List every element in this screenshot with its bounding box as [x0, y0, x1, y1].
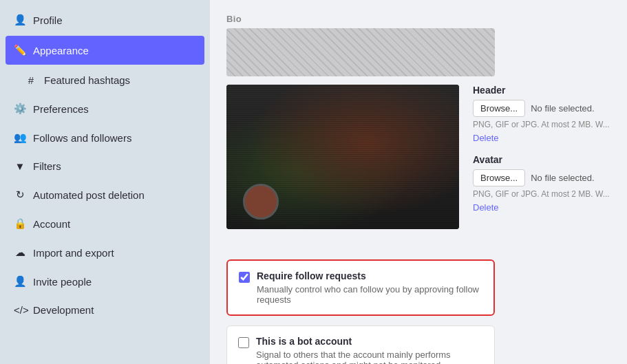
bot-account-row: This is a bot account Signal to others t…: [238, 336, 483, 364]
sidebar-item-label: Account: [33, 218, 70, 230]
sidebar-item-import-export[interactable]: ☁ Import and export: [0, 238, 210, 267]
sidebar-item-label: Profile: [33, 14, 63, 26]
bio-image-placeholder: [226, 28, 495, 76]
gear-icon: ⚙️: [14, 103, 26, 115]
sidebar-item-label: Preferences: [33, 103, 89, 115]
lock-icon: 🔒: [14, 217, 26, 230]
bot-account-text: This is a bot account Signal to others t…: [256, 336, 483, 364]
sidebar-item-development[interactable]: </> Development: [0, 296, 210, 324]
header-file-hint: PNG, GIF or JPG. At most 2 MB. W...: [473, 120, 610, 129]
upload-controls-panel: Header Browse... No file selected. PNG, …: [473, 85, 610, 243]
avatar-label: Avatar: [473, 154, 610, 165]
filter-icon: ▼: [14, 160, 26, 172]
sidebar-item-label: Invite people: [33, 276, 92, 288]
avatar-file-hint: PNG, GIF or JPG. At most 2 MB. W...: [473, 189, 610, 199]
avatar-browse-button[interactable]: Browse...: [473, 169, 525, 186]
image-upload-section: Header Browse... No file selected. PNG, …: [226, 85, 610, 243]
checkboxes-section: Require follow requests Manually control…: [226, 259, 495, 364]
sidebar-item-preferences[interactable]: ⚙️ Preferences: [0, 94, 210, 123]
bot-account-label[interactable]: This is a bot account: [256, 336, 352, 347]
sidebar-item-invite-people[interactable]: 👤 Invite people: [0, 267, 210, 296]
sidebar-item-appearance[interactable]: ✏️ Appearance: [6, 36, 204, 65]
require-follow-desc: Manually control who can follow you by a…: [257, 284, 482, 305]
refresh-icon: ↻: [14, 189, 26, 201]
sidebar: 👤 Profile ✏️ Appearance # Featured hasht…: [0, 0, 210, 364]
bot-account-card: This is a bot account Signal to others t…: [226, 325, 495, 364]
bot-account-desc: Signal to others that the account mainly…: [256, 350, 483, 364]
require-follow-row: Require follow requests Manually control…: [239, 270, 482, 305]
sidebar-item-label: Automated post deletion: [33, 189, 145, 201]
require-follow-card: Require follow requests Manually control…: [226, 259, 495, 316]
code-icon: </>: [14, 304, 26, 316]
sidebar-item-label: Featured hashtags: [44, 74, 130, 86]
require-follow-label[interactable]: Require follow requests: [257, 270, 366, 281]
avatar-thumbnail: [243, 184, 279, 220]
main-content: Bio Header Browse... No file selected. P…: [210, 0, 627, 364]
profile-icon: 👤: [14, 14, 26, 26]
avatar-delete-link[interactable]: Delete: [473, 202, 499, 213]
bio-label: Bio: [226, 14, 610, 24]
sidebar-item-automated-post-deletion[interactable]: ↻ Automated post deletion: [0, 180, 210, 209]
header-image: [226, 85, 459, 229]
invite-icon: 👤: [14, 275, 26, 288]
header-browse-button[interactable]: Browse...: [473, 100, 525, 117]
header-no-file-text: No file selected.: [531, 103, 595, 114]
require-follow-checkbox[interactable]: [239, 272, 250, 283]
sidebar-item-label: Import and export: [33, 247, 114, 259]
sidebar-item-profile[interactable]: 👤 Profile: [0, 6, 210, 34]
sidebar-item-label: Appearance: [33, 45, 89, 56]
require-follow-text: Require follow requests Manually control…: [257, 270, 482, 305]
header-upload-row: Header Browse... No file selected. PNG, …: [473, 85, 610, 143]
sidebar-item-follows-followers[interactable]: 👥 Follows and followers: [0, 123, 210, 152]
header-delete-link[interactable]: Delete: [473, 133, 499, 143]
sidebar-item-label: Development: [33, 304, 94, 316]
pencil-icon: ✏️: [14, 44, 26, 56]
people-icon: 👥: [14, 131, 26, 144]
sidebar-item-account[interactable]: 🔒 Account: [0, 209, 210, 238]
sidebar-item-filters[interactable]: ▼ Filters: [0, 152, 210, 180]
header-label: Header: [473, 85, 610, 96]
avatar-no-file-text: No file selected.: [531, 173, 595, 183]
bot-account-checkbox[interactable]: [238, 337, 249, 348]
sidebar-item-label: Follows and followers: [33, 132, 131, 144]
avatar-upload-row: Avatar Browse... No file selected. PNG, …: [473, 154, 610, 213]
sidebar-item-featured-hashtags[interactable]: # Featured hashtags: [0, 66, 210, 94]
header-upload-controls: Browse... No file selected.: [473, 100, 610, 117]
sidebar-item-label: Filters: [33, 160, 61, 172]
hash-icon: #: [25, 74, 37, 86]
avatar-upload-controls: Browse... No file selected.: [473, 169, 610, 186]
cloud-icon: ☁: [14, 246, 26, 259]
